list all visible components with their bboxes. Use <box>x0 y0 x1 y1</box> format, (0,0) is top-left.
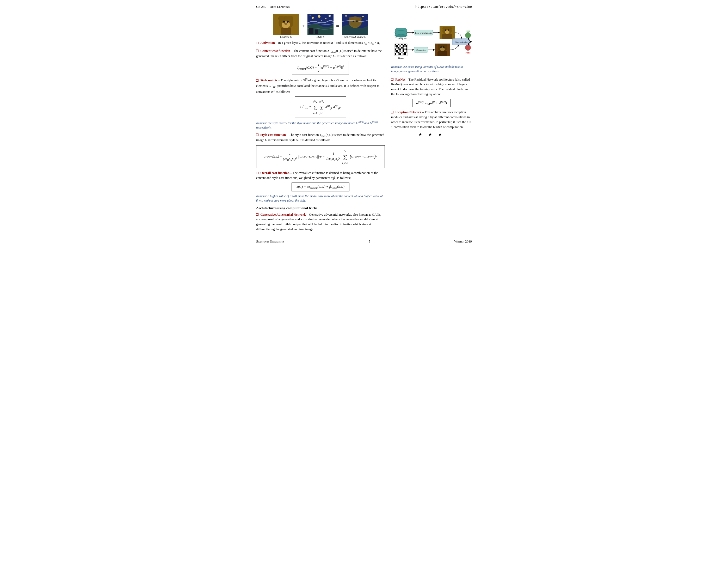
svg-rect-63 <box>396 45 398 47</box>
generated-image <box>342 14 368 35</box>
inception-title: Inception Network <box>395 110 421 114</box>
content-caption: Content C <box>273 35 299 38</box>
style-cost-formula: J[l]style(S,G) = 1 (2nHnwnc)2 ||G[l](S) … <box>256 145 385 168</box>
generated-svg <box>342 14 368 35</box>
svg-rect-62 <box>395 45 396 47</box>
svg-rect-81 <box>399 48 401 50</box>
svg-rect-102 <box>395 53 396 55</box>
svg-rect-65 <box>399 45 401 47</box>
svg-rect-108 <box>404 53 406 55</box>
overall-cost-entry: Overall cost function – The overall cost… <box>256 170 385 191</box>
svg-rect-101 <box>406 52 407 53</box>
svg-rect-105 <box>399 53 401 55</box>
svg-point-6 <box>287 21 289 23</box>
svg-rect-100 <box>404 52 406 53</box>
footer-term: Winter 2019 <box>454 239 472 243</box>
svg-text:Generator: Generator <box>416 49 426 51</box>
svg-text:Real: Real <box>466 29 470 32</box>
svg-rect-74 <box>401 47 403 48</box>
svg-rect-93 <box>406 50 407 52</box>
svg-rect-43 <box>442 34 452 39</box>
generated-caption: Generated image G <box>342 35 368 38</box>
svg-rect-73 <box>399 47 401 48</box>
svg-point-3 <box>287 16 293 21</box>
svg-point-121 <box>440 47 445 51</box>
svg-rect-96 <box>398 52 399 53</box>
svg-rect-92 <box>404 50 406 52</box>
footer-page: 5 <box>368 239 370 243</box>
overall-cost-title: Overall cost function <box>260 171 289 175</box>
svg-rect-104 <box>398 53 399 55</box>
svg-rect-85 <box>406 48 407 50</box>
header-url: https://stanford.edu/~shervine <box>415 5 472 9</box>
style-matrix-entry: Style matrix – The style matrix G[l] of … <box>256 77 385 118</box>
svg-point-2 <box>278 16 285 21</box>
svg-rect-76 <box>404 47 406 48</box>
page-footer: Stanford University 5 Winter 2019 <box>256 238 472 243</box>
header-course: CS 230 – Deep Learning <box>256 5 290 9</box>
style-image <box>307 14 334 35</box>
gan-entry: Generative Adversarial Network – Generat… <box>256 212 385 232</box>
svg-rect-56 <box>398 44 399 45</box>
svg-point-49 <box>465 45 471 51</box>
svg-rect-122 <box>437 51 447 56</box>
activation-title: Activation <box>260 41 275 45</box>
svg-text:Discriminator: Discriminator <box>455 41 468 43</box>
svg-point-12 <box>325 18 326 19</box>
bear-svg <box>273 14 299 35</box>
stars: ★ ★ ★ <box>391 132 472 137</box>
svg-point-13 <box>329 15 331 17</box>
svg-rect-109 <box>406 53 407 55</box>
style-matrix-formula: G[l]kk' = n[l]H ∑ i=1 n[l]w ∑ j=1 a[l]ij… <box>256 96 385 118</box>
style-matrix-square <box>256 79 258 82</box>
overall-cost-square <box>256 172 258 174</box>
svg-rect-106 <box>401 53 403 55</box>
remark-style-matrix: Remark: the style matrix for the style i… <box>256 120 385 130</box>
svg-rect-75 <box>403 47 404 48</box>
svg-rect-69 <box>406 45 407 47</box>
svg-text:Fake: Fake <box>466 51 471 54</box>
svg-rect-88 <box>398 50 399 52</box>
gan-diagram-svg: Training set Real-world image <box>391 14 472 62</box>
svg-point-30 <box>395 30 407 35</box>
svg-rect-72 <box>398 47 399 48</box>
svg-text:Real-world image: Real-world image <box>415 32 432 34</box>
content-cost-entry: Content cost function – The content cost… <box>256 48 385 75</box>
svg-point-14 <box>310 15 311 16</box>
content-cost-square <box>256 50 258 52</box>
svg-rect-66 <box>401 45 403 47</box>
svg-point-7 <box>284 23 287 25</box>
resnet-entry: ResNet – The Residual Network architectu… <box>391 77 472 107</box>
svg-rect-60 <box>404 44 406 45</box>
inception-square <box>391 111 393 113</box>
svg-rect-83 <box>403 48 404 50</box>
svg-point-11 <box>318 15 320 18</box>
main-content: Content C + <box>256 14 472 234</box>
svg-point-42 <box>445 30 449 34</box>
left-column: Content C + <box>256 14 385 234</box>
svg-rect-87 <box>396 50 398 52</box>
svg-rect-78 <box>395 48 396 50</box>
style-cost-entry: Style cost function – The style cost fun… <box>256 132 385 168</box>
resnet-title: ResNet <box>395 78 405 81</box>
svg-rect-103 <box>396 53 398 55</box>
gan-square <box>256 213 258 216</box>
remark-overall: Remark: a higher value of α will make th… <box>256 194 385 203</box>
content-cost-formula-inner: Jcontent(C,G) = 12||a[l](C) − a[l](G)||2 <box>292 61 349 75</box>
svg-text:Noise: Noise <box>398 57 404 59</box>
style-transfer-row: Content C + <box>256 14 385 38</box>
equals-operator: = <box>336 23 340 29</box>
page: CS 230 – Deep Learning https://stanford.… <box>247 0 481 248</box>
svg-rect-77 <box>406 47 407 48</box>
svg-rect-59 <box>403 44 404 45</box>
svg-rect-68 <box>404 45 406 47</box>
svg-rect-54 <box>395 44 396 45</box>
right-column: Training set Real-world image <box>391 14 472 234</box>
gan-title: Generative Adversarial Network <box>260 213 306 216</box>
svg-point-24 <box>345 15 347 17</box>
svg-rect-57 <box>399 44 401 45</box>
svg-text:Training set: Training set <box>396 37 407 40</box>
style-matrix-title: Style matrix <box>260 78 277 82</box>
gan-diagram-container: Training set Real-world image <box>391 14 472 63</box>
resnet-formula: a[l+2] = g(a[l] + z[l+2]) <box>391 99 472 107</box>
